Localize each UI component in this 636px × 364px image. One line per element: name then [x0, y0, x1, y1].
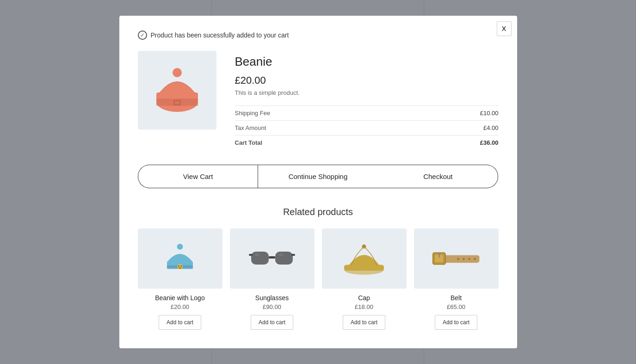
belt-illustration	[431, 242, 482, 275]
related-item-1: Sunglasses £90.00 Add to cart	[230, 228, 315, 330]
svg-rect-14	[269, 256, 275, 259]
success-notice: ✓ Product has been sucessfully added to …	[138, 31, 499, 40]
svg-rect-12	[251, 252, 269, 265]
cart-total-row: Cart Total £36.00	[235, 135, 499, 150]
related-item-0: Beanie with Logo £20.00 Add to cart	[138, 228, 222, 330]
related-item-3: Belt £65.00 Add to cart	[414, 228, 499, 330]
svg-point-11	[180, 265, 181, 266]
sunglasses-illustration	[249, 242, 295, 275]
svg-point-8	[177, 244, 183, 250]
related-item-0-price: £20.00	[138, 303, 222, 310]
product-description: This is a simple product.	[235, 89, 499, 96]
related-item-2: Cap £18.00 Add to cart	[322, 228, 407, 330]
add-to-cart-button-2[interactable]: Add to cart	[343, 315, 385, 330]
svg-rect-13	[275, 252, 293, 265]
svg-point-26	[457, 258, 459, 260]
success-message: Product has been sucessfully added to yo…	[151, 31, 289, 39]
related-item-3-price: £65.00	[414, 303, 499, 310]
related-item-1-image	[230, 228, 315, 289]
add-to-cart-button-1[interactable]: Add to cart	[251, 315, 293, 330]
related-item-2-price: £18.00	[322, 303, 407, 310]
related-item-2-image	[322, 228, 407, 289]
svg-point-10	[178, 265, 179, 266]
related-item-0-name: Beanie with Logo	[138, 294, 222, 302]
svg-point-27	[463, 258, 465, 260]
close-button[interactable]: X	[497, 21, 512, 36]
beanie-with-logo-illustration	[161, 240, 198, 277]
related-item-1-price: £90.00	[230, 303, 315, 310]
svg-rect-25	[438, 253, 440, 258]
tax-row: Tax Amount £4.00	[235, 120, 499, 135]
checkout-button[interactable]: Checkout	[378, 165, 498, 188]
related-item-0-image	[138, 228, 222, 289]
related-item-1-name: Sunglasses	[230, 294, 315, 302]
view-cart-button[interactable]: View Cart	[138, 165, 258, 188]
product-details: Beanie £20.00 This is a simple product. …	[235, 51, 499, 150]
add-to-cart-button-0[interactable]: Add to cart	[159, 315, 201, 330]
svg-rect-15	[249, 254, 253, 256]
product-image	[138, 51, 216, 130]
add-to-cart-button-3[interactable]: Add to cart	[435, 315, 477, 330]
modal-overlay: X ✓ Product has been sucessfully added t…	[0, 0, 636, 364]
modal-container: X ✓ Product has been sucessfully added t…	[119, 16, 517, 348]
svg-point-18	[279, 253, 284, 256]
svg-rect-16	[291, 254, 295, 256]
svg-point-17	[255, 253, 259, 256]
related-products-section: Related products	[138, 207, 499, 330]
related-item-3-image	[414, 228, 499, 289]
svg-point-28	[468, 258, 470, 260]
product-name: Beanie	[235, 55, 499, 69]
action-buttons: View Cart Continue Shopping Checkout	[138, 165, 499, 188]
product-price: £20.00	[235, 74, 499, 86]
shipping-fee-row: Shipping Fee £10.00	[235, 105, 499, 120]
beanie-illustration	[152, 62, 203, 118]
tax-value: £4.00	[483, 124, 499, 131]
product-section: Beanie £20.00 This is a simple product. …	[138, 51, 499, 150]
shipping-fee-label: Shipping Fee	[235, 110, 271, 117]
svg-point-3	[173, 68, 182, 77]
svg-rect-5	[175, 101, 179, 104]
svg-point-29	[474, 258, 476, 260]
shipping-fee-value: £10.00	[480, 110, 499, 117]
cart-total-label: Cart Total	[235, 139, 263, 146]
related-products-title: Related products	[138, 207, 499, 217]
related-products-grid: Beanie with Logo £20.00 Add to cart	[138, 228, 499, 330]
related-item-3-name: Belt	[414, 294, 499, 302]
cart-total-value: £36.00	[480, 139, 499, 146]
related-item-2-name: Cap	[322, 294, 407, 302]
check-icon: ✓	[138, 31, 147, 40]
svg-point-9	[177, 264, 182, 269]
tax-label: Tax Amount	[235, 124, 266, 131]
continue-shopping-button[interactable]: Continue Shopping	[258, 165, 378, 188]
cap-illustration	[343, 238, 385, 279]
